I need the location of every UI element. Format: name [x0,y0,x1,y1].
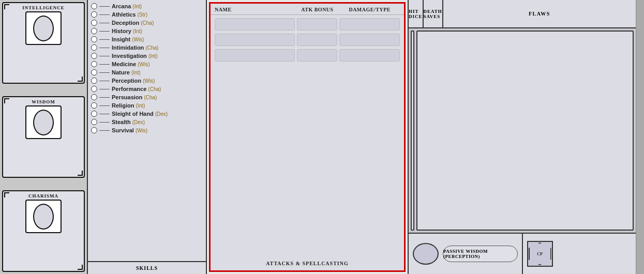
skill-proficiency-circle[interactable] [91,44,97,51]
skill-modifier-dash [99,39,110,40]
skill-modifier-dash [99,122,110,123]
skill-row: History (Int) [91,27,203,35]
skill-modifier-dash [99,72,110,73]
right-content-area[interactable] [416,31,634,231]
death-saves-panel: DEATH SAVES [424,0,443,27]
intelligence-score-area[interactable] [25,11,62,45]
scrollbar[interactable] [636,0,644,274]
passive-wisdom-oval [413,243,439,265]
skill-modifier-dash [99,14,110,15]
death-saves-label: DEATH SAVES [424,9,442,19]
attack-dmg-2[interactable] [339,34,400,46]
skill-proficiency-circle[interactable] [91,3,97,9]
attacks-col-dmg: DAMAGE/TYPE [339,7,400,12]
skill-proficiency-circle[interactable] [91,94,97,100]
skill-proficiency-circle[interactable] [91,86,97,92]
intelligence-box: INTELLIGENCE [2,2,85,84]
attack-dmg-1[interactable] [339,18,400,31]
skill-name: Arcana (Int) [112,3,142,9]
charisma-score-area[interactable] [25,200,62,233]
attack-dmg-3[interactable] [339,49,400,62]
skill-name: History (Int) [112,28,142,34]
attacks-col-name: NAME [215,7,295,12]
character-sheet: INTELLIGENCE WISDOM CHARISMA Arcana ( [0,0,644,274]
wisdom-box: WISDOM [2,96,85,178]
skill-modifier-dash [99,48,110,48]
skill-modifier-dash [99,97,110,98]
coin-area: CP [523,234,636,274]
skill-proficiency-circle[interactable] [91,111,97,117]
skill-name: Athletics (Str) [112,11,147,18]
skill-name: Insight (Wis) [112,36,144,42]
skill-name: Stealth (Dex) [112,119,145,125]
passive-wisdom-area: PASSIVE WISDOM (PERCEPTION) [409,234,523,274]
attack-row-2 [215,34,400,46]
skill-row: Stealth (Dex) [91,118,203,126]
skill-name: Nature (Int) [112,69,141,75]
skills-list: Arcana (Int) Athletics (Str) Deception (… [88,0,206,261]
skill-modifier-dash [99,64,110,65]
skill-proficiency-circle[interactable] [91,36,97,42]
attack-atk-2[interactable] [297,34,337,46]
skill-name: Performance (Cha) [112,86,161,92]
bottom-bar: PASSIVE WISDOM (PERCEPTION) CP [409,233,636,274]
attack-name-1[interactable] [215,18,295,31]
charisma-box: CHARISMA [2,190,85,272]
cp-label: CP [537,252,543,256]
attack-row-1 [215,18,400,31]
skill-name: Medicine (Wis) [112,61,149,67]
attacks-footer: ATTACKS & SPELLCASTING [211,261,404,266]
wisdom-score-area[interactable] [25,105,62,139]
skill-modifier-dash [99,114,110,114]
skill-name: Persuasion (Cha) [112,94,157,100]
skill-modifier-dash [99,81,110,81]
attacks-header: NAME ATK BONUS DAMAGE/TYPE [211,4,404,15]
skill-proficiency-circle[interactable] [91,69,97,75]
skill-name: Intimidation (Cha) [112,44,158,51]
skill-row: Medicine (Wis) [91,60,203,68]
skill-row: Arcana (Int) [91,2,203,10]
skill-row: Survival (Wis) [91,126,203,134]
skill-row: Athletics (Str) [91,10,203,19]
skill-row: Intimidation (Cha) [91,43,203,52]
center-content-area[interactable] [411,31,414,231]
attack-name-3[interactable] [215,49,295,62]
skill-proficiency-circle[interactable] [91,11,97,18]
wisdom-oval [33,110,54,135]
attack-atk-1[interactable] [297,18,337,31]
skill-proficiency-circle[interactable] [91,119,97,125]
skill-name: Religion (Int) [112,102,145,109]
hit-dice-label: HIT DICE [409,9,423,19]
attack-atk-3[interactable] [297,49,337,62]
attacks-panel: NAME ATK BONUS DAMAGE/TYPE ATTACKS & SPE… [209,2,406,272]
skill-proficiency-circle[interactable] [91,102,97,109]
skill-modifier-dash [99,89,110,89]
skill-name: Deception (Cha) [112,20,154,26]
wisdom-label: WISDOM [32,99,55,104]
skill-row: Insight (Wis) [91,35,203,43]
skill-row: Sleight of Hand (Dex) [91,110,203,118]
cp-coin: CP [527,241,553,267]
skill-proficiency-circle[interactable] [91,78,97,84]
skill-proficiency-circle[interactable] [91,127,97,133]
skill-row: Religion (Int) [91,101,203,110]
skills-footer: SKILLS [88,261,206,274]
attack-row-3 [215,49,400,62]
skill-proficiency-circle[interactable] [91,28,97,34]
skill-modifier-dash [99,31,110,32]
skill-row: Nature (Int) [91,68,203,77]
attacks-rows [211,15,404,65]
skill-row: Persuasion (Cha) [91,93,203,101]
passive-wisdom-label: PASSIVE WISDOM (PERCEPTION) [443,246,518,262]
skill-name: Perception (Wis) [112,78,155,84]
skill-proficiency-circle[interactable] [91,53,97,59]
skill-row: Perception (Wis) [91,77,203,85]
skill-name: Investigation (Int) [112,53,158,59]
attacks-col-atk: ATK BONUS [297,7,338,12]
skill-proficiency-circle[interactable] [91,20,97,26]
skill-modifier-dash [99,105,110,106]
skill-modifier-dash [99,56,110,56]
attack-name-2[interactable] [215,34,295,46]
charisma-label: CHARISMA [28,193,58,199]
skill-proficiency-circle[interactable] [91,61,97,67]
